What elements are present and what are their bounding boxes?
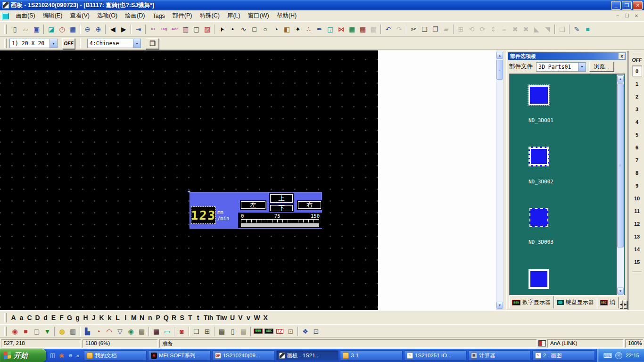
- state-button[interactable]: 13: [632, 231, 642, 242]
- tabs-scroll-right-icon[interactable]: ▶: [624, 300, 627, 308]
- adr-list-icon[interactable]: Adr: [169, 24, 180, 34]
- polyline-icon[interactable]: ∿: [238, 24, 249, 34]
- start-button[interactable]: 开始: [0, 349, 46, 362]
- menu-window[interactable]: 窗口(W): [244, 10, 273, 21]
- state-button[interactable]: 10: [632, 193, 642, 204]
- close-icon[interactable]: x: [619, 53, 625, 59]
- dropper-icon[interactable]: ✒: [314, 24, 325, 34]
- tab-numeric-display[interactable]: 999 数字显示器: [509, 296, 554, 308]
- grid-size-select[interactable]: 1) 20 X 20 ▼: [9, 39, 58, 48]
- state-button[interactable]: 3: [632, 104, 642, 115]
- graph-window-icon[interactable]: ⊡: [311, 326, 322, 337]
- text-tool-button[interactable]: L: [114, 314, 122, 321]
- window-preview-icon[interactable]: ▢: [191, 24, 202, 34]
- menu-tags[interactable]: Tags: [149, 11, 168, 21]
- text-tool-button[interactable]: C: [25, 314, 33, 321]
- polygon-icon[interactable]: ✦: [292, 24, 303, 34]
- text-tool-button[interactable]: a: [17, 314, 25, 321]
- text-tool-button[interactable]: T: [186, 314, 194, 321]
- text-display-icon[interactable]: ABC: [264, 326, 274, 337]
- menu-view[interactable]: 查看(V): [66, 10, 93, 21]
- linear-scale[interactable]: 0 75 150: [238, 213, 322, 228]
- alarm-history-icon[interactable]: ▤: [216, 326, 227, 337]
- parts-list-item[interactable]: ND_3D003: [528, 208, 625, 269]
- text-tool-button[interactable]: S: [178, 314, 186, 321]
- text-tool-button[interactable]: D: [33, 314, 41, 321]
- quick-launch-media-icon[interactable]: ◉: [58, 352, 65, 359]
- id-list-icon[interactable]: ID: [148, 24, 158, 34]
- text-tool-button[interactable]: R: [170, 314, 178, 321]
- text-tool-button[interactable]: E: [50, 314, 58, 321]
- grid-off-button[interactable]: OFF: [62, 38, 75, 49]
- meter-icon[interactable]: ◠: [104, 326, 115, 337]
- hmi-button-right[interactable]: 右: [297, 200, 322, 210]
- attribute-check-icon[interactable]: ✎: [571, 24, 582, 34]
- state-button[interactable]: 12: [632, 218, 642, 229]
- task-my-documents[interactable]: 我的文档: [84, 350, 147, 361]
- rect-icon[interactable]: □: [249, 24, 260, 34]
- zoom-out-icon[interactable]: ⊖: [82, 24, 93, 34]
- date-display-icon[interactable]: 12: [274, 326, 285, 337]
- part-thumbnail[interactable]: [528, 147, 549, 166]
- open-icon[interactable]: ▱: [20, 24, 31, 34]
- text-tool-button[interactable]: V: [237, 314, 245, 321]
- tabs-scroll-left-icon[interactable]: ◀: [619, 300, 623, 308]
- part-thumbnail[interactable]: [529, 208, 548, 227]
- display-panel-icon[interactable]: ▭: [162, 326, 173, 337]
- minimize-button[interactable]: _: [611, 1, 621, 10]
- parts-list-item[interactable]: [528, 269, 625, 296]
- lamp-multi-icon[interactable]: ▥: [67, 326, 78, 337]
- text-tool-button[interactable]: U: [229, 314, 237, 321]
- task-1s210240[interactable]: GP 1S210240(09...: [212, 350, 275, 361]
- state-button[interactable]: 2: [632, 91, 642, 102]
- title-bar[interactable]: 画板 - 1S210240(090723) - [B1117: 寠綺(也?:SJ…: [0, 0, 644, 10]
- menu-special[interactable]: 特殊(C): [196, 10, 223, 21]
- task-huaban-active[interactable]: 画板 - 1S21...: [276, 350, 339, 361]
- text-tool-button[interactable]: n: [146, 314, 154, 321]
- text-tool-button[interactable]: t: [194, 314, 202, 321]
- comment-icon[interactable]: ▤: [238, 326, 249, 337]
- panel-meter-icon[interactable]: ◉: [125, 326, 136, 337]
- text-tool-button[interactable]: W: [253, 314, 262, 321]
- scrollbar-thumb[interactable]: ≡: [617, 83, 624, 247]
- text-tool-button[interactable]: d: [41, 314, 50, 321]
- menu-screen[interactable]: 画面(S): [12, 10, 39, 21]
- chevron-down-icon[interactable]: ▼: [50, 39, 57, 48]
- menu-library[interactable]: 库(L): [223, 10, 244, 21]
- usage-list-icon[interactable]: ▨: [202, 24, 213, 34]
- text-tool-button[interactable]: M: [130, 314, 138, 321]
- scroll-up-icon[interactable]: ▲: [617, 75, 624, 82]
- parts-file-select[interactable]: 3D Parts01 ▼: [536, 62, 586, 72]
- slider-icon[interactable]: ▤: [136, 326, 147, 337]
- text-tool-button[interactable]: J: [90, 314, 98, 321]
- scroll-down-icon[interactable]: ▼: [617, 288, 624, 295]
- menu-option[interactable]: 选项(O): [93, 10, 121, 21]
- window-parts-icon[interactable]: ⊡: [285, 326, 296, 337]
- copy-icon[interactable]: ❏: [419, 24, 430, 34]
- numeric-display[interactable]: 123: [191, 206, 215, 224]
- drawing-canvas[interactable]: 123 mm /min 左 上 下 右 0 75 150: [0, 50, 378, 310]
- chevron-down-icon[interactable]: ▼: [133, 39, 140, 48]
- alarm-lamp-icon[interactable]: ◙: [176, 326, 187, 337]
- color-select-icon[interactable]: ■: [582, 24, 593, 34]
- task-calculator[interactable]: ▦ 计算器: [468, 350, 531, 361]
- spray-icon[interactable]: ∴: [303, 24, 314, 34]
- next-screen-icon[interactable]: ▶: [118, 24, 129, 34]
- close-screen-icon[interactable]: ◪: [46, 24, 57, 34]
- memo-icon[interactable]: ▯: [227, 326, 238, 337]
- keypad-icon[interactable]: ▦: [151, 326, 162, 337]
- scroll-down-icon[interactable]: ▼: [496, 302, 503, 309]
- bar-graph-icon[interactable]: ▙: [82, 326, 93, 337]
- close-button[interactable]: ✕: [633, 1, 643, 10]
- tile-screens-icon[interactable]: ▥: [180, 24, 191, 34]
- circle-icon[interactable]: ○: [260, 24, 271, 34]
- hmi-button-down[interactable]: 下: [269, 204, 294, 212]
- quick-launch-ie-icon[interactable]: e: [67, 352, 74, 359]
- mdi-restore-button[interactable]: ❐: [623, 13, 631, 19]
- text-tool-button[interactable]: H: [82, 314, 90, 321]
- preview-icon[interactable]: ◷: [57, 24, 67, 34]
- file-list-icon[interactable]: ❏: [191, 326, 202, 337]
- mdi-minimize-button[interactable]: –: [614, 13, 621, 19]
- text-tool-button[interactable]: g: [74, 314, 82, 321]
- state-button[interactable]: 9: [632, 180, 642, 191]
